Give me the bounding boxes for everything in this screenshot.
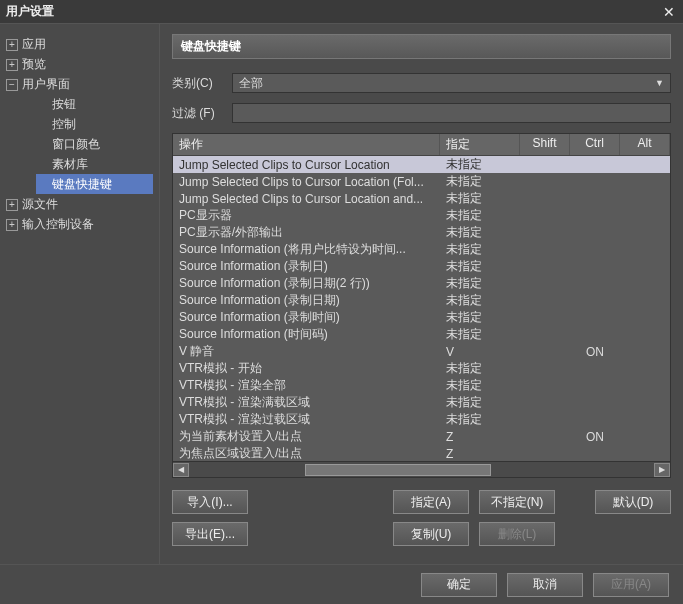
tree-item-label: 预览 [22,57,46,71]
table-row[interactable]: 为焦点区域设置入/出点Z [173,445,670,461]
cell-assign: 未指定 [440,258,520,275]
th-alt[interactable]: Alt [620,134,670,155]
tree-leaf[interactable]: 窗口颜色 [36,134,153,154]
table-body[interactable]: Jump Selected Clips to Cursor Location未指… [173,156,670,461]
table-row[interactable]: VTR模拟 - 开始未指定 [173,360,670,377]
delete-button: 删除(L) [479,522,555,546]
cell-action: Jump Selected Clips to Cursor Location a… [173,192,440,206]
cell-action: 为焦点区域设置入/出点 [173,445,440,461]
cell-action: VTR模拟 - 开始 [173,360,440,377]
cell-action: VTR模拟 - 渲染全部 [173,377,440,394]
tree-leaf[interactable]: 按钮 [36,94,153,114]
category-value: 全部 [239,75,263,92]
table-row[interactable]: V 静音VON [173,343,670,360]
main: +应用+预览−用户界面按钮控制窗口颜色素材库键盘快捷键+源文件+输入控制设备 键… [0,24,683,564]
cell-action: Source Information (时间码) [173,326,440,343]
tree-item[interactable]: +应用 [6,34,153,54]
plus-icon[interactable]: + [6,59,18,71]
cell-assign: Z [440,430,520,444]
table-row[interactable]: VTR模拟 - 渲染满载区域未指定 [173,394,670,411]
default-button[interactable]: 默认(D) [595,490,671,514]
cell-action: Source Information (录制日期(2 行)) [173,275,440,292]
footer: 确定 取消 应用(A) [0,564,683,604]
table-row[interactable]: PC显示器/外部输出未指定 [173,224,670,241]
tree-item[interactable]: +源文件 [6,194,153,214]
scroll-track[interactable] [189,463,654,477]
category-select[interactable]: 全部 ▼ [232,73,671,93]
th-assign[interactable]: 指定 [440,134,520,155]
plus-icon[interactable]: + [6,219,18,231]
cancel-button[interactable]: 取消 [507,573,583,597]
cell-assign: 未指定 [440,241,520,258]
ok-button[interactable]: 确定 [421,573,497,597]
cell-assign: 未指定 [440,309,520,326]
button-rows: 导入(I)... 指定(A) 不指定(N) 默认(D) 导出(E)... 复制(… [172,490,671,554]
table-row[interactable]: Source Information (将用户比特设为时间...未指定 [173,241,670,258]
cell-action: PC显示器 [173,207,440,224]
shortcut-table: 操作 指定 Shift Ctrl Alt Jump Selected Clips… [172,133,671,478]
cell-action: V 静音 [173,343,440,360]
table-header: 操作 指定 Shift Ctrl Alt [173,134,670,156]
cell-action: VTR模拟 - 渲染过载区域 [173,411,440,428]
table-row[interactable]: Source Information (时间码)未指定 [173,326,670,343]
window-title: 用户设置 [6,3,54,20]
scroll-right-icon[interactable]: ▶ [654,463,670,477]
filter-input[interactable] [232,103,671,123]
table-row[interactable]: Jump Selected Clips to Cursor Location未指… [173,156,670,173]
close-icon[interactable]: ✕ [661,4,677,20]
cell-assign: 未指定 [440,275,520,292]
table-row[interactable]: Source Information (录制日)未指定 [173,258,670,275]
scroll-thumb[interactable] [305,464,491,476]
cell-assign: 未指定 [440,292,520,309]
cell-assign: 未指定 [440,377,520,394]
cell-assign: 未指定 [440,173,520,190]
export-button[interactable]: 导出(E)... [172,522,248,546]
table-row[interactable]: PC显示器未指定 [173,207,670,224]
cell-assign: 未指定 [440,326,520,343]
titlebar: 用户设置 ✕ [0,0,683,24]
tree-item[interactable]: +输入控制设备 [6,214,153,234]
minus-icon[interactable]: − [6,79,18,91]
cell-action: Source Information (录制时间) [173,309,440,326]
tree-leaf[interactable]: 素材库 [36,154,153,174]
table-row[interactable]: 为当前素材设置入/出点ZON [173,428,670,445]
plus-icon[interactable]: + [6,199,18,211]
cell-action: PC显示器/外部输出 [173,224,440,241]
tree-item-label: 应用 [22,37,46,51]
nav-tree: +应用+预览−用户界面按钮控制窗口颜色素材库键盘快捷键+源文件+输入控制设备 [0,24,160,564]
panel-title: 键盘快捷键 [172,34,671,59]
tree-leaf[interactable]: 键盘快捷键 [36,174,153,194]
scroll-left-icon[interactable]: ◀ [173,463,189,477]
cell-assign: V [440,345,520,359]
table-row[interactable]: Jump Selected Clips to Cursor Location (… [173,173,670,190]
th-ctrl[interactable]: Ctrl [570,134,620,155]
cell-action: VTR模拟 - 渲染满载区域 [173,394,440,411]
import-button[interactable]: 导入(I)... [172,490,248,514]
duplicate-button[interactable]: 复制(U) [393,522,469,546]
tree-item-label: 用户界面 [22,77,70,91]
table-row[interactable]: VTR模拟 - 渲染过载区域未指定 [173,411,670,428]
table-row[interactable]: Jump Selected Clips to Cursor Location a… [173,190,670,207]
th-shift[interactable]: Shift [520,134,570,155]
category-row: 类别(C) 全部 ▼ [172,73,671,93]
unassign-button[interactable]: 不指定(N) [479,490,555,514]
table-row[interactable]: Source Information (录制日期(2 行))未指定 [173,275,670,292]
th-action[interactable]: 操作 [173,134,440,155]
tree-item[interactable]: −用户界面 [6,74,153,94]
tree-item[interactable]: +预览 [6,54,153,74]
cell-ctrl: ON [570,345,620,359]
table-row[interactable]: VTR模拟 - 渲染全部未指定 [173,377,670,394]
tree-leaf[interactable]: 控制 [36,114,153,134]
cell-assign: 未指定 [440,224,520,241]
cell-assign: 未指定 [440,360,520,377]
filter-row: 过滤 (F) [172,103,671,123]
table-row[interactable]: Source Information (录制日期)未指定 [173,292,670,309]
cell-assign: 未指定 [440,190,520,207]
horizontal-scrollbar[interactable]: ◀ ▶ [173,461,670,477]
plus-icon[interactable]: + [6,39,18,51]
filter-label: 过滤 (F) [172,105,232,122]
assign-button[interactable]: 指定(A) [393,490,469,514]
cell-assign: 未指定 [440,156,520,173]
cell-ctrl: ON [570,430,620,444]
table-row[interactable]: Source Information (录制时间)未指定 [173,309,670,326]
